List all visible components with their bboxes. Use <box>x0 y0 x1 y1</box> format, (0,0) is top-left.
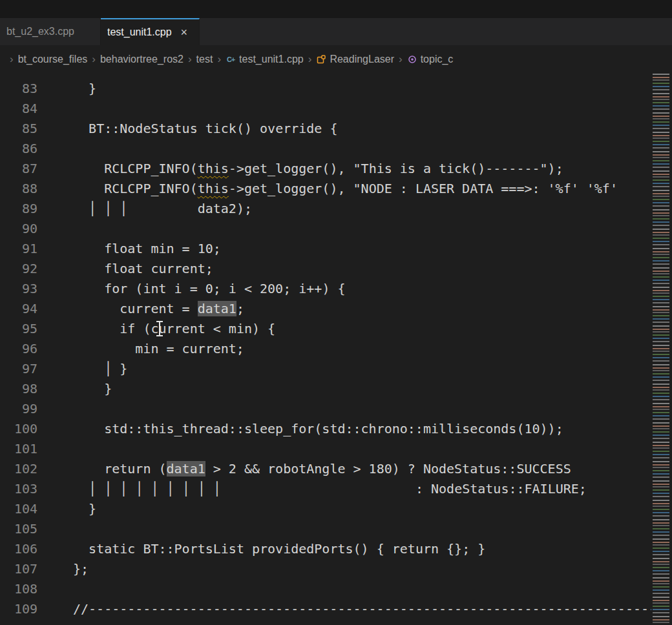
tab-close-icon[interactable]: × <box>181 26 188 38</box>
code-line[interactable]: 109//-----------------------------------… <box>0 599 651 619</box>
code-text: } <box>37 79 96 99</box>
code-line[interactable]: 89 │ │ │ data2); <box>0 199 651 219</box>
code-line[interactable]: 107}; <box>0 559 651 579</box>
line-number: 109 <box>0 599 37 619</box>
chevron-right-icon: › <box>308 53 312 66</box>
code-line[interactable]: 88 RCLCPP_INFO(this->get_logger(), "NODE… <box>0 179 651 199</box>
breadcrumb-label: ReadingLaser <box>330 54 394 65</box>
line-number: 108 <box>0 579 37 599</box>
code-line[interactable]: 92 float current; <box>0 259 651 279</box>
tab-test-unit1[interactable]: test_unit1.cpp × <box>101 18 200 45</box>
chevron-right-icon: › <box>10 53 14 66</box>
code-text: }; <box>37 559 89 579</box>
code-text: float current; <box>37 259 213 279</box>
code-text <box>37 519 73 539</box>
line-number: 85 <box>0 119 37 139</box>
code-line[interactable]: 102 return (data1 > 2 && robotAngle > 18… <box>0 459 651 479</box>
code-line[interactable]: 106 static BT::PortsList providedPorts()… <box>0 539 651 559</box>
code-line[interactable]: 86 <box>0 139 651 159</box>
breadcrumb-label: test_unit1.cpp <box>239 54 304 65</box>
code-text: │ │ │ │ │ │ │ │ │ : NodeStatus::FAILURE; <box>37 479 587 499</box>
line-number: 103 <box>0 479 37 499</box>
code-line[interactable]: 91 float min = 10; <box>0 239 651 259</box>
tab-label: bt_u2_ex3.cpp <box>6 26 74 37</box>
line-number: 97 <box>0 359 37 379</box>
code-line[interactable]: 83 } <box>0 79 651 99</box>
code-text: RCLCPP_INFO(this->get_logger(), "NODE : … <box>37 179 618 199</box>
code-text: for (int i = 0; i < 200; i++) { <box>37 279 346 299</box>
line-number: 95 <box>0 319 37 339</box>
symbol-method-icon <box>407 54 417 65</box>
code-line[interactable]: 90 <box>0 219 651 239</box>
line-number: 107 <box>0 559 37 579</box>
breadcrumb-item-topic[interactable]: topic_c <box>407 54 454 65</box>
title-bar <box>0 0 672 18</box>
minimap[interactable] <box>651 74 672 625</box>
breadcrumb-label: bt_course_files <box>18 54 88 65</box>
chevron-right-icon: › <box>188 53 192 66</box>
breadcrumb-item-bt-course-files[interactable]: bt_course_files <box>18 54 88 65</box>
breadcrumb-label: behaviortree_ros2 <box>100 54 184 65</box>
code-line[interactable]: 101 <box>0 439 651 459</box>
line-number: 99 <box>0 399 37 419</box>
code-text <box>37 99 73 119</box>
tab-label: test_unit1.cpp <box>107 26 172 38</box>
chevron-right-icon: › <box>217 53 221 66</box>
code-line[interactable]: 99 <box>0 399 651 419</box>
breadcrumb-label: topic_c <box>421 54 454 65</box>
code-text <box>37 579 73 599</box>
code-line[interactable]: 95 if (current < min) { <box>0 319 651 339</box>
line-number: 96 <box>0 339 37 359</box>
code-line[interactable]: 96 min = current; <box>0 339 651 359</box>
code-text: } <box>37 499 96 519</box>
breadcrumb-bar: › bt_course_files › behaviortree_ros2 › … <box>0 45 672 74</box>
code-text: //--------------------------------------… <box>37 599 651 619</box>
code-text: RCLCPP_INFO(this->get_logger(), "This is… <box>37 159 563 179</box>
code-text: } <box>37 379 112 399</box>
code-text: │ │ │ data2); <box>37 199 252 219</box>
tab-bar: bt_u2_ex3.cpp test_unit1.cpp × <box>0 18 672 45</box>
line-number: 91 <box>0 239 37 259</box>
code-line[interactable]: 98 } <box>0 379 651 399</box>
code-text: std::this_thread::sleep_for(std::chrono:… <box>37 419 563 439</box>
vscode-window: bt_u2_ex3.cpp test_unit1.cpp × › bt_cour… <box>0 0 672 625</box>
code-line[interactable]: 104 } <box>0 499 651 519</box>
code-line[interactable]: 100 std::this_thread::sleep_for(std::chr… <box>0 419 651 439</box>
line-number: 87 <box>0 159 37 179</box>
line-number: 102 <box>0 459 37 479</box>
breadcrumb-item-readinglaser[interactable]: ReadingLaser <box>316 54 394 65</box>
code-text: │ } <box>37 359 127 379</box>
line-number: 101 <box>0 439 37 459</box>
code-line[interactable]: 105 <box>0 519 651 539</box>
line-number: 83 <box>0 79 37 99</box>
line-number: 88 <box>0 179 37 199</box>
code-editor[interactable]: 83 }8485 BT::NodeStatus tick() override … <box>0 74 651 625</box>
breadcrumb-item-behaviortree-ros2[interactable]: behaviortree_ros2 <box>100 54 184 65</box>
code-text <box>37 399 73 419</box>
code-line[interactable]: 87 RCLCPP_INFO(this->get_logger(), "This… <box>0 159 651 179</box>
code-line[interactable]: 97 │ } <box>0 359 651 379</box>
line-number: 93 <box>0 279 37 299</box>
breadcrumb-label: test <box>196 54 213 65</box>
code-text <box>37 219 73 239</box>
code-line[interactable]: 84 <box>0 99 651 119</box>
breadcrumb-item-test-unit1[interactable]: C+ test_unit1.cpp <box>226 54 304 65</box>
symbol-class-icon <box>316 54 326 65</box>
code-line[interactable]: 85 BT::NodeStatus tick() override { <box>0 119 651 139</box>
code-line[interactable]: 94 current = data1; <box>0 299 651 319</box>
code-text: return (data1 > 2 && robotAngle > 180) ?… <box>37 459 571 479</box>
code-text: float min = 10; <box>37 239 221 259</box>
code-text <box>37 439 73 459</box>
tab-bt-u2-ex3[interactable]: bt_u2_ex3.cpp <box>0 18 101 45</box>
line-number: 92 <box>0 259 37 279</box>
line-number: 105 <box>0 519 37 539</box>
code-line[interactable]: 108 <box>0 579 651 599</box>
code-line[interactable]: 93 for (int i = 0; i < 200; i++) { <box>0 279 651 299</box>
breadcrumb-item-test[interactable]: test <box>196 54 213 65</box>
line-number: 84 <box>0 99 37 119</box>
code-line[interactable]: 103 │ │ │ │ │ │ │ │ │ : NodeStatus::FAIL… <box>0 479 651 499</box>
line-number: 94 <box>0 299 37 319</box>
code-lines: 83 }8485 BT::NodeStatus tick() override … <box>0 79 651 619</box>
code-text: static BT::PortsList providedPorts() { r… <box>37 539 485 559</box>
line-number: 90 <box>0 219 37 239</box>
